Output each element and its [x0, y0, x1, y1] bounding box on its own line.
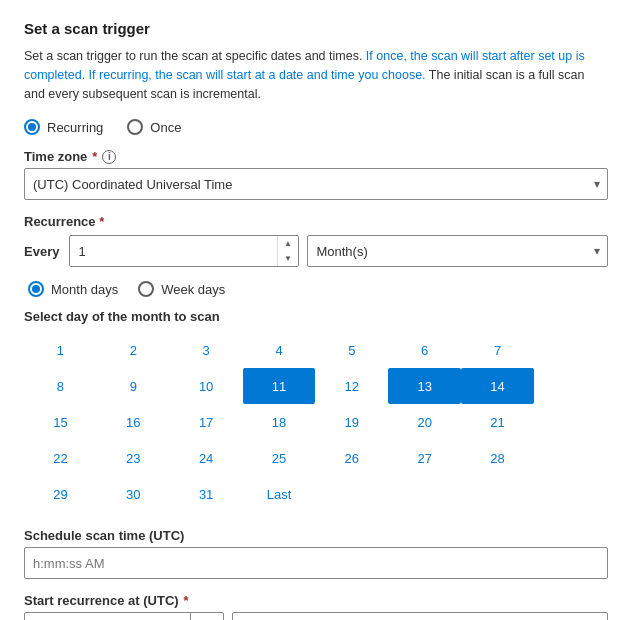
calendar-day-cell[interactable]: 31	[170, 476, 243, 512]
timezone-label: Time zone * i	[24, 149, 608, 164]
calendar-day-cell[interactable]: 27	[388, 440, 461, 476]
month-days-indicator	[28, 281, 44, 297]
month-days-label: Month days	[51, 282, 118, 297]
recurrence-section: Recurrence * Every ▲ ▼ Month(s)Week(s)Da…	[24, 214, 608, 267]
calendar-day-cell[interactable]: 20	[388, 404, 461, 440]
calendar-day-cell[interactable]: 28	[461, 440, 534, 476]
select-day-label: Select day of the month to scan	[24, 309, 608, 324]
calendar-day-cell[interactable]: 16	[97, 404, 170, 440]
description-text: Set a scan trigger to run the scan at sp…	[24, 47, 608, 103]
week-days-radio[interactable]: Week days	[138, 281, 225, 297]
calendar-day-cell[interactable]: 24	[170, 440, 243, 476]
spin-down-button[interactable]: ▼	[278, 251, 297, 266]
calendar-day-cell[interactable]: 26	[315, 440, 388, 476]
calendar-day-cell[interactable]: 22	[24, 440, 97, 476]
once-radio[interactable]: Once	[127, 119, 181, 135]
calendar-section: Select day of the month to scan 12345678…	[24, 309, 608, 512]
every-input-wrapper: ▲ ▼	[69, 235, 299, 267]
calendar-day-cell[interactable]: 25	[243, 440, 316, 476]
start-time-input[interactable]	[232, 612, 608, 620]
calendar-day-cell[interactable]: 2	[97, 332, 170, 368]
spin-up-button[interactable]: ▲	[278, 236, 297, 251]
calendar-day-cell[interactable]: 11	[243, 368, 316, 404]
trigger-type-group: Recurring Once	[24, 119, 608, 135]
week-days-label: Week days	[161, 282, 225, 297]
calendar-day-cell[interactable]: 21	[461, 404, 534, 440]
recurrence-row: Every ▲ ▼ Month(s)Week(s)Day(s) ▾	[24, 235, 608, 267]
calendar-day-cell[interactable]: 3	[170, 332, 243, 368]
schedule-time-label: Schedule scan time (UTC)	[24, 528, 608, 543]
spin-buttons: ▲ ▼	[277, 236, 297, 266]
timezone-select-wrapper: (UTC) Coordinated Universal Time(UTC-05:…	[24, 168, 608, 200]
recurring-radio[interactable]: Recurring	[24, 119, 103, 135]
calendar-day-cell[interactable]: 13	[388, 368, 461, 404]
timezone-select[interactable]: (UTC) Coordinated Universal Time(UTC-05:…	[24, 168, 608, 200]
once-radio-label: Once	[150, 120, 181, 135]
calendar-day-cell[interactable]: 15	[24, 404, 97, 440]
every-label: Every	[24, 244, 59, 259]
calendar-day-cell[interactable]: 8	[24, 368, 97, 404]
calendar-day-cell[interactable]: 12	[315, 368, 388, 404]
page-title: Set a scan trigger	[24, 20, 608, 37]
timezone-section: Time zone * i (UTC) Coordinated Universa…	[24, 149, 608, 200]
recurring-radio-indicator	[24, 119, 40, 135]
calendar-day-cell[interactable]: 1	[24, 332, 97, 368]
month-days-radio[interactable]: Month days	[28, 281, 118, 297]
period-select[interactable]: Month(s)Week(s)Day(s)	[307, 235, 608, 267]
calendar-day-cell[interactable]: 30	[97, 476, 170, 512]
calendar-day-cell[interactable]: 5	[315, 332, 388, 368]
calendar-day-cell[interactable]: 9	[97, 368, 170, 404]
every-input[interactable]	[69, 235, 299, 267]
calendar-day-cell[interactable]: 19	[315, 404, 388, 440]
schedule-time-input[interactable]	[24, 547, 608, 579]
calendar-day-cell[interactable]: 7	[461, 332, 534, 368]
calendar-day-cell[interactable]: 4	[243, 332, 316, 368]
calendar-icon-button[interactable]	[190, 612, 224, 620]
calendar-day-cell[interactable]: 17	[170, 404, 243, 440]
calendar-day-cell[interactable]: 14	[461, 368, 534, 404]
date-input-wrapper	[24, 612, 224, 620]
calendar-grid: 1234567891011121314151617181920212223242…	[24, 332, 534, 512]
calendar-day-cell[interactable]: 29	[24, 476, 97, 512]
start-recurrence-row	[24, 612, 608, 620]
calendar-day-cell[interactable]: 6	[388, 332, 461, 368]
recurring-radio-label: Recurring	[47, 120, 103, 135]
start-recurrence-label: Start recurrence at (UTC) *	[24, 593, 608, 608]
period-select-wrapper: Month(s)Week(s)Day(s) ▾	[307, 235, 608, 267]
once-radio-indicator	[127, 119, 143, 135]
timezone-info-icon[interactable]: i	[102, 150, 116, 164]
schedule-time-section: Schedule scan time (UTC)	[24, 528, 608, 579]
calendar-day-cell[interactable]: 10	[170, 368, 243, 404]
recurrence-label: Recurrence *	[24, 214, 608, 229]
days-type-group: Month days Week days	[28, 281, 608, 297]
calendar-day-cell[interactable]: 23	[97, 440, 170, 476]
calendar-day-cell[interactable]: 18	[243, 404, 316, 440]
calendar-day-cell[interactable]: Last	[243, 476, 316, 512]
week-days-indicator	[138, 281, 154, 297]
start-recurrence-section: Start recurrence at (UTC) *	[24, 593, 608, 620]
